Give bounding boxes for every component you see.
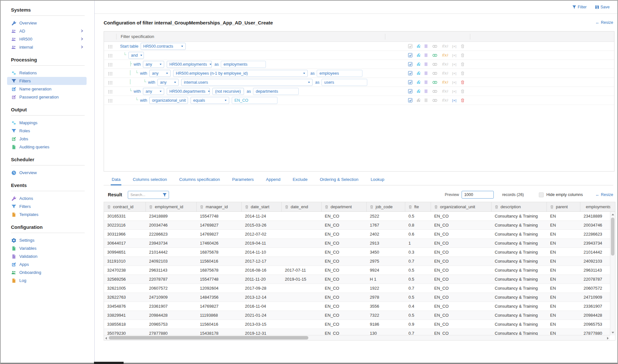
column-header-manager-id[interactable]: manager_id: [197, 202, 242, 211]
column-header-description[interactable]: description: [492, 202, 547, 211]
sidebar-item-events-actions[interactable]: Actions: [7, 194, 87, 202]
drag-handle[interactable]: [108, 63, 113, 66]
table-row[interactable]: 3262276324710909148473562013-12-14EN_CO2…: [104, 293, 615, 302]
sidebar-item-configuration-variables[interactable]: Variables: [7, 244, 87, 252]
sidebar-item-systems-overview[interactable]: Overview: [7, 19, 87, 27]
enabled-checkbox[interactable]: [408, 80, 412, 84]
tab-append[interactable]: Append: [265, 174, 281, 185]
trash-icon[interactable]: [461, 62, 464, 66]
select-hr500-departments[interactable]: HR500.departments: [167, 88, 210, 95]
table-row[interactable]: 3247023829631143168756782016-08-162017-0…: [104, 266, 615, 275]
scroll-down-arrow[interactable]: [612, 332, 614, 333]
sidebar-item-output-roles[interactable]: Roles: [7, 127, 87, 135]
enabled-checkbox[interactable]: [408, 89, 412, 93]
select-and[interactable]: and: [128, 52, 144, 59]
sidebar-item-output-jobs[interactable]: Jobs: [7, 135, 87, 143]
column-header-date-end[interactable]: date_end: [282, 202, 322, 211]
save-button[interactable]: Save: [595, 5, 610, 9]
column-header-contract-id[interactable]: contract_id: [104, 202, 146, 211]
table-row[interactable]: 3507923027877880154381782019-12-31EN_CO1…: [104, 329, 615, 335]
search-funnel-icon[interactable]: [163, 193, 167, 197]
column-header-employment-id[interactable]: employment_id: [146, 202, 197, 211]
select-internal-users[interactable]: internal.users: [181, 79, 313, 86]
sidebar-item-systems-hr500[interactable]: HR500: [7, 35, 87, 43]
input-departments[interactable]: departments: [253, 88, 299, 95]
trash-icon[interactable]: [461, 44, 464, 48]
select--not-recursive-[interactable]: (not recursive): [212, 88, 244, 95]
tab-ordering-selection[interactable]: Ordering & Selection: [319, 174, 359, 185]
tab-data[interactable]: Data: [111, 174, 121, 185]
scroll-right-arrow[interactable]: [607, 337, 609, 340]
column-header-fte[interactable]: fte: [405, 202, 431, 211]
column-header-parent[interactable]: parent: [547, 202, 580, 211]
input-en-co[interactable]: EN_CO: [232, 97, 277, 104]
link-icon[interactable]: [432, 63, 438, 66]
sidebar-item-output-auditing-queries[interactable]: Auditing queries: [7, 143, 87, 151]
drag-handle[interactable]: [108, 81, 113, 84]
parallel-icon[interactable]: [425, 98, 428, 102]
sidebar-item-configuration-settings[interactable]: Settings: [7, 236, 87, 244]
sidebar-item-output-mappings[interactable]: Mappings: [7, 119, 87, 127]
sidebar-item-processing-password-generation[interactable]: Password generation: [7, 93, 87, 101]
and-condition-icon[interactable]: &: [417, 89, 420, 94]
table-row[interactable]: 3256925622078787155477482011-11-202019-0…: [104, 275, 615, 284]
vertical-scroll-thumb[interactable]: [611, 218, 614, 256]
select-any[interactable]: any: [143, 88, 164, 95]
table-row[interactable]: 3262100520607572120926042017-09-28EN_CO1…: [104, 284, 615, 293]
table-row[interactable]: 3382994120984428111938682021-01-24EN_CO7…: [104, 311, 615, 320]
tab-columns-specification[interactable]: Columns specification: [178, 174, 221, 185]
sidebar-item-events-filters[interactable]: Filters: [7, 202, 87, 210]
trash-icon[interactable]: [461, 98, 464, 102]
parallel-icon[interactable]: [425, 62, 428, 66]
table-row[interactable]: 3022311620034746147698272015-03-26EN_CO1…: [104, 221, 615, 230]
exclude-icon[interactable]: |×|: [452, 53, 457, 57]
column-header-job-code[interactable]: job_code: [367, 202, 405, 211]
column-header-department[interactable]: department: [322, 202, 367, 211]
drag-handle[interactable]: [108, 54, 113, 57]
horizontal-scroll-thumb[interactable]: [109, 336, 308, 340]
scroll-up-arrow[interactable]: [612, 214, 614, 215]
filter-resize-link[interactable]: ⇔ Resize: [595, 20, 613, 25]
function-icon[interactable]: f(x): [442, 71, 448, 75]
table-row[interactable]: 3385561820965753115604162013-03-15EN_CO9…: [104, 320, 615, 329]
function-icon[interactable]: f(x): [442, 98, 448, 102]
and-condition-icon[interactable]: &: [417, 98, 420, 103]
drag-handle[interactable]: [108, 99, 113, 102]
exclude-icon[interactable]: |×|: [452, 98, 457, 102]
and-condition-icon[interactable]: &: [417, 53, 420, 58]
trash-icon[interactable]: [461, 80, 464, 84]
sidebar-item-systems-internal[interactable]: internal: [7, 43, 87, 51]
select-hr500-employments[interactable]: HR500.employments: [167, 61, 212, 68]
sidebar-item-processing-name-generation[interactable]: Name generation: [7, 85, 87, 93]
enabled-checkbox[interactable]: [408, 71, 412, 75]
function-icon[interactable]: f(x): [442, 89, 448, 93]
enabled-checkbox[interactable]: [408, 98, 412, 102]
exclude-icon[interactable]: |×|: [452, 44, 457, 48]
select-organizational-unit[interactable]: organizational_unit: [149, 97, 188, 104]
link-icon[interactable]: [432, 54, 438, 57]
sidebar-item-processing-relations[interactable]: Relations: [7, 69, 87, 77]
table-row[interactable]: 3031196622286623147698272012-07-02EN_CO2…: [104, 230, 615, 239]
drag-handle[interactable]: [108, 72, 113, 75]
parallel-icon[interactable]: [425, 53, 428, 57]
parallel-icon[interactable]: [425, 44, 428, 48]
select-any[interactable]: any: [149, 70, 171, 77]
select-hr500-employees-n-1-by-employee-id-[interactable]: HR500.employees (n-1 by employee_id): [173, 70, 308, 77]
sidebar-item-configuration-validation[interactable]: Validation: [7, 252, 87, 260]
tab-parameters[interactable]: Parameters: [231, 174, 255, 185]
exclude-icon[interactable]: |×|: [452, 71, 457, 75]
link-icon[interactable]: [432, 90, 438, 93]
function-icon[interactable]: f(x): [442, 80, 448, 84]
select-hr500-contracts[interactable]: HR500.contracts: [141, 43, 186, 50]
drag-handle[interactable]: [108, 90, 113, 93]
preview-count-input[interactable]: [462, 191, 494, 199]
tab-columns-selection[interactable]: Columns selection: [132, 174, 168, 185]
select-equals[interactable]: equals: [191, 97, 229, 104]
sidebar-item-events-templates[interactable]: Templates: [7, 210, 87, 219]
table-row[interactable]: 3345487623361907147698272016-11-04EN_CO3…: [104, 302, 615, 311]
exclude-icon[interactable]: |×|: [452, 62, 457, 66]
select-any[interactable]: any: [157, 79, 179, 86]
parallel-icon[interactable]: [425, 89, 428, 93]
input-employees[interactable]: employees: [317, 70, 362, 77]
select-any[interactable]: any: [143, 61, 164, 68]
